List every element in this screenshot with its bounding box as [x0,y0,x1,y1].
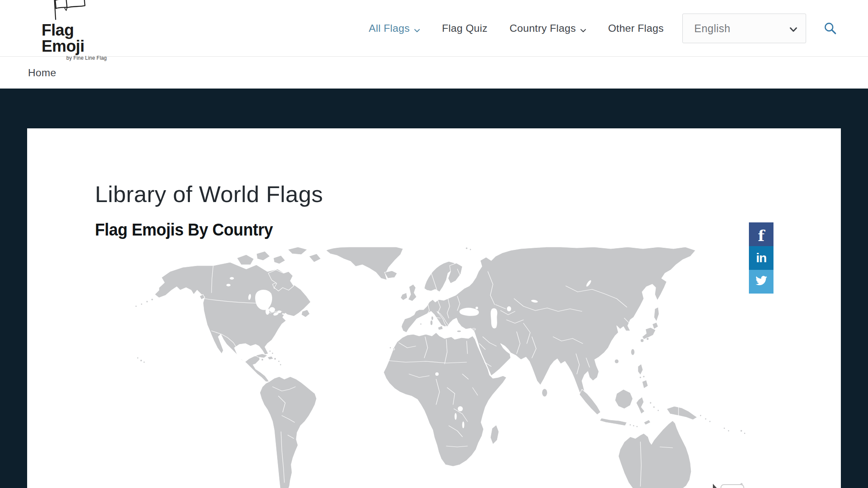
map-region [269,350,271,352]
map-region [642,380,648,388]
nav-label: Country Flags [509,22,576,34]
share-widget: f in [749,222,773,294]
map-region [472,328,476,330]
map-region [642,327,656,339]
map-region [643,376,645,377]
map-region [652,322,658,329]
map-region [490,425,499,444]
map-region [579,389,601,415]
map-region [448,263,462,283]
map-region [135,305,137,307]
main-nav: All Flags Flag Quiz Country Flags Other … [369,22,664,35]
page: { "header": { "logo": { "title": "Flag E… [0,0,868,488]
twitter-share-button[interactable] [749,270,773,294]
map-region [744,433,746,434]
map-region [640,377,641,378]
map-region [267,356,273,360]
map-region [615,389,633,409]
map-region [740,430,743,432]
map-region [618,421,691,488]
map-region [408,284,417,301]
map-region [640,339,644,342]
map-region [140,360,142,362]
caspian-sea [491,308,498,329]
logo-title: Flag Emoji [42,22,118,54]
search-icon [823,30,837,37]
breadcrumb-home-link[interactable]: Home [28,67,56,79]
map-region [650,402,651,404]
map-region [705,418,707,420]
map-region [237,255,254,265]
search-button[interactable] [823,21,837,36]
map-region [629,424,631,426]
linkedin-icon: in [756,251,767,265]
map-region [457,330,461,332]
map-region [633,425,634,427]
chevron-down-icon [580,23,586,35]
nav-item-all-flags[interactable]: All Flags [369,22,420,35]
nav-item-flag-quiz[interactable]: Flag Quiz [442,22,488,34]
content-card: Library of World Flags Flag Emojis By Co… [27,128,841,488]
map-region [636,397,645,414]
map-region [137,357,139,359]
map-region [615,359,619,363]
map-region [389,347,391,349]
page-title: Library of World Flags [95,181,323,207]
map-region [274,358,276,360]
map-region [667,406,697,420]
flag-sketch-icon [48,0,118,23]
hero-section: Library of World Flags Flag Emojis By Co… [0,89,868,488]
nav-label: Other Flags [608,22,664,34]
map-region [143,361,145,363]
nav-label: Flag Quiz [442,22,488,34]
map-region [278,360,280,362]
map-region [653,406,655,408]
map-region [644,420,651,425]
map-region [301,310,310,317]
twitter-bird-icon [755,276,768,288]
map-region [709,421,711,422]
map-zoom-button[interactable] [721,484,744,488]
site-logo[interactable]: Flag Emoji by Fine Line Flag [42,0,118,61]
logo-tagline: by Fine Line Flag [42,55,118,61]
map-region [141,303,142,305]
map-region [466,247,468,250]
map-region [309,254,321,262]
map-region [401,293,407,300]
map-region [146,301,148,302]
map-region [654,307,659,322]
map-region [646,338,649,340]
facebook-share-button[interactable]: f [749,222,773,246]
facebook-icon: f [758,227,765,244]
map-region [542,389,548,397]
nav-item-other-flags[interactable]: Other Flags [608,22,664,34]
map-region [430,320,433,325]
map-region [638,364,643,375]
map-region [272,352,273,354]
map-region [280,364,281,366]
map-region [260,377,317,488]
map-region [273,255,285,264]
map-region [420,323,422,325]
world-map[interactable] [133,247,747,488]
map-region [262,359,264,361]
map-region [728,430,729,432]
map-region [470,249,471,250]
language-select-wrap: English [682,14,806,43]
site-header: Flag Emoji by Fine Line Flag All Flags F… [0,0,868,57]
map-region [256,251,270,261]
map-region [438,326,443,330]
map-region [600,418,627,426]
linkedin-share-button[interactable]: in [749,246,773,270]
language-select[interactable]: English [682,14,806,43]
map-region [723,427,725,429]
nav-item-country-flags[interactable]: Country Flags [509,22,586,35]
nav-label: All Flags [369,22,410,34]
chevron-down-icon [414,23,420,35]
map-region [151,299,153,301]
map-region [657,410,659,411]
mouse-cursor-icon [712,483,719,488]
map-region [288,247,307,255]
map-region [700,415,701,416]
breadcrumb: Home [0,57,868,89]
